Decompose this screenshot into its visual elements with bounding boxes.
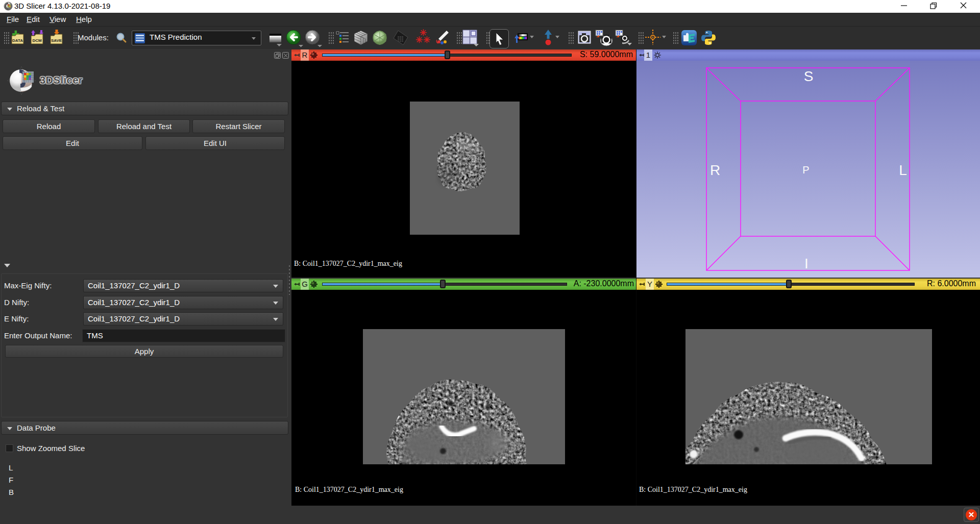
svg-text:I: I <box>804 256 808 271</box>
svg-text:SAVE: SAVE <box>51 38 62 43</box>
svg-text:P: P <box>802 164 809 176</box>
svg-text:S: S <box>804 68 814 84</box>
svg-text:L: L <box>899 162 907 178</box>
svg-text:DCM: DCM <box>32 38 42 43</box>
svg-text:DATA: DATA <box>12 38 23 43</box>
svg-text:R: R <box>710 162 720 178</box>
